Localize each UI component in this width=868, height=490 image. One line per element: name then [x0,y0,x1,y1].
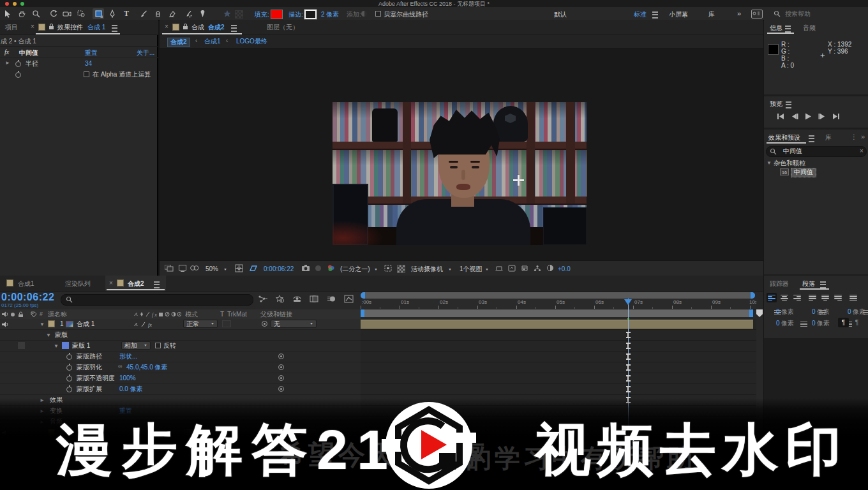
shape-tool-icon[interactable] [93,8,104,19]
justify-all-button[interactable] [848,293,858,302]
panel-menu-icon[interactable] [231,25,237,32]
workspace-standard-menu-icon[interactable] [652,11,658,19]
mask-visibility-icon[interactable] [249,265,258,272]
always-preview-icon[interactable] [165,265,174,272]
channels-icon[interactable] [327,264,335,272]
tab-comp1[interactable]: 合成1 [18,280,34,288]
chevron-down-icon[interactable]: ▼ [223,268,227,272]
indent-first-value[interactable]: 0 [848,308,851,316]
parent-dropdown[interactable]: 无▼ [271,320,317,328]
tab-layer[interactable]: 图层（无） [267,24,299,31]
text-direction-ltr-button[interactable]: ¶ [838,318,849,327]
star-icon[interactable] [223,10,231,17]
transparency-grid-icon[interactable] [397,265,405,273]
space-before-value[interactable]: 0 [812,308,816,316]
tab-tracker[interactable]: 跟踪器 [770,280,789,288]
work-area-bar[interactable] [361,309,753,317]
trkmat-empty-box[interactable] [222,320,231,327]
effect-reset-link[interactable]: 重置 [85,49,98,57]
panel-menu-icon[interactable] [786,101,791,108]
navigator-start-handle[interactable] [361,292,365,299]
flowchart-button-icon[interactable] [534,265,541,272]
panel-menu-icon[interactable] [820,281,826,288]
playhead-marker[interactable] [624,299,632,305]
share-view-icon[interactable] [495,265,503,272]
primary-viewer-icon[interactable] [179,265,186,272]
parent-pickwhip-icon[interactable] [262,321,267,327]
mask-path-value[interactable]: 形状... [119,353,137,360]
effects-category[interactable]: 杂色和颗粒 [774,160,805,167]
tab-close-icon[interactable]: × [109,279,113,287]
timeline-button-icon[interactable] [521,265,528,272]
last-frame-icon[interactable] [832,113,840,120]
grid-guides-icon[interactable] [235,264,243,272]
align-center-button[interactable] [779,293,789,302]
tab-info[interactable]: 信息 [770,24,782,32]
pixel-aspect-icon[interactable] [508,265,516,272]
clear-search-icon[interactable]: × [860,147,864,155]
tab-library[interactable]: 库 [825,134,832,142]
comp-marker-bin-icon[interactable] [756,309,763,317]
keyframe-marker[interactable] [626,364,631,371]
stopwatch-icon[interactable] [66,365,72,371]
mask-opacity-value[interactable]: 100% [119,375,136,382]
mask-mode-dropdown[interactable]: 相加▼ [121,341,151,350]
lock-icon[interactable] [183,23,188,30]
channel-mask-icon[interactable] [190,265,199,271]
preview-title[interactable]: 预览 [770,100,782,108]
property-pickwhip-icon[interactable] [278,353,284,359]
layer-color-chip[interactable] [48,320,55,327]
timeline-navigator-bar[interactable] [361,292,755,299]
tab-close-icon[interactable]: × [31,23,34,31]
mask-invert-checkbox[interactable] [155,343,161,348]
stroke-label[interactable]: 描边: [288,11,303,19]
radius-value[interactable]: 34 [85,60,92,68]
mask-expansion-value[interactable]: 0.0 像素 [119,385,143,393]
mask-name[interactable]: 蒙版 1 [72,342,90,350]
breadcrumb-logo[interactable]: LOGO最终 [236,38,267,45]
breadcrumb-comp2[interactable]: 合成2 [167,38,190,47]
composition-viewer[interactable] [160,48,763,260]
breadcrumb-comp1[interactable]: 合成1 [204,38,221,45]
effect-name[interactable]: 中间值 [19,49,38,57]
panel-menu-icon[interactable] [809,135,814,142]
effects-search-box[interactable]: 中间值 × [766,146,867,157]
property-pickwhip-icon[interactable] [278,375,284,381]
tab-effect-controls-comp[interactable]: 合成 1 [87,24,105,31]
edit-workspace-icon[interactable] [751,10,763,19]
mask1-row[interactable]: ▼ 蒙版 1 相加▼ 反转 [0,341,361,352]
fill-color-swatch[interactable] [271,10,283,19]
graph-editor-icon[interactable] [344,295,354,303]
parent-link-column[interactable]: 父级和链接 [260,311,292,318]
tab-effect-controls[interactable]: 效果控件 [57,24,83,31]
mask-path-row[interactable]: 蒙版路径 形状... [0,352,361,362]
blend-mode-dropdown[interactable]: 正常▼ [183,320,218,328]
mask-feather-value[interactable]: 45.0,45.0 像素 [126,364,167,371]
text-direction-rtl-button[interactable]: ¶ [851,318,862,327]
indent-right-value[interactable]: 0 [776,320,780,327]
stroke-color-swatch[interactable] [304,10,317,19]
pen-tool-icon[interactable] [107,8,118,19]
bezier-path-checkbox[interactable] [375,11,381,17]
rotation-tool-icon[interactable] [47,8,59,19]
space-after-value[interactable]: 0 [812,320,816,327]
tab-project[interactable]: 项目 [5,24,18,31]
clone-stamp-tool-icon[interactable] [152,8,163,19]
overflow-icon[interactable]: » [861,133,865,141]
mask-preset-icon[interactable] [235,10,243,19]
chevron-down-icon[interactable]: ▼ [485,268,489,272]
tab-composition-word[interactable]: 合成 [191,24,204,31]
roto-brush-tool-icon[interactable] [183,8,194,19]
eraser-tool-icon[interactable] [166,8,177,19]
draft-3d-icon[interactable] [275,295,285,303]
tab-comp2-label[interactable]: 合成2 [128,280,144,288]
tab-paragraph[interactable]: 段落 [802,280,815,288]
chevron-down-icon[interactable]: ▼ [448,268,452,272]
stopwatch-icon[interactable] [66,354,72,360]
category-expand-icon[interactable]: ▼ [767,160,772,167]
time-ruler[interactable]: :00s 01s 02s 03s 04s 05s 06s 07s 08s 09s… [361,299,756,309]
help-search-input[interactable] [784,8,866,19]
mode-column[interactable]: 模式 [185,311,198,318]
audio-on-icon[interactable] [2,322,8,327]
hide-shy-layers-icon[interactable] [292,295,302,303]
